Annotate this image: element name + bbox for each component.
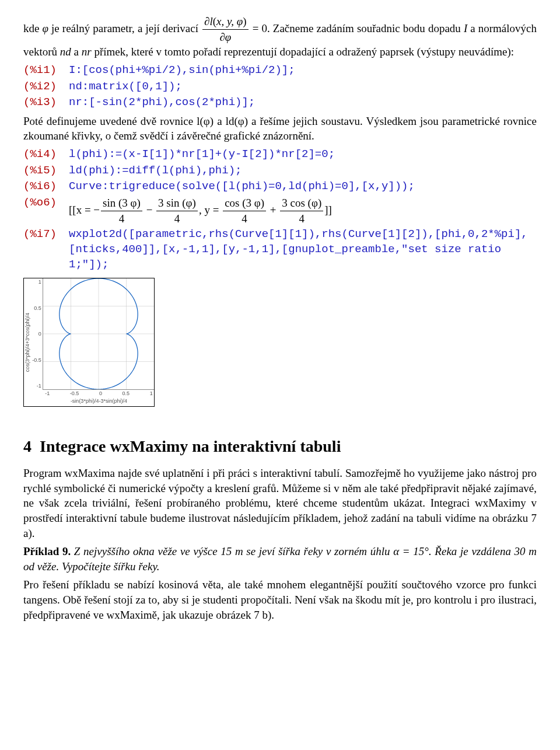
io-code-i6: Curve:trigreduce(solve([l(phi)=0,ld(phi)… (69, 179, 415, 194)
o6-sep1: − (144, 204, 155, 216)
o6-f2d: 4 (156, 211, 198, 226)
io-math-o6: [[x = −sin (3 φ)4 − 3 sin (φ)4, y = cos … (69, 196, 332, 226)
i7-line1: wxplot2d([parametric,rhs(Curve[1][1]),rh… (69, 228, 528, 240)
ytick: -0.5 (32, 357, 41, 364)
io-code-i2: nd:matrix([0,1]); (69, 79, 182, 95)
xtick: -1 (45, 390, 50, 397)
i7-line3: 1;"]); (69, 258, 108, 271)
o6-f4d: 4 (280, 211, 323, 226)
io-code-i3: nr:[-sin(2*phi),cos(2*phi)]; (69, 95, 255, 110)
ytick: 1 (32, 278, 41, 285)
plot-area (43, 278, 154, 390)
xtick: 0.5 (123, 390, 130, 397)
o6-f3d: 4 (223, 211, 266, 226)
xtick: 1 (150, 390, 153, 397)
io-label-i7: (%i7) (23, 227, 69, 242)
o6-prefix: [[x = − (69, 204, 100, 216)
o6-suffix: ]] (324, 204, 332, 216)
xtick: 0 (99, 390, 102, 397)
plot-yaxis: 1 0.5 0 -0.5 -1 (31, 278, 43, 389)
plot-xaxis: -1 -0.5 0 0.5 1 (44, 390, 154, 397)
mid-paragraph: Poté definujeme uvedené dvě rovnice l(φ)… (23, 114, 537, 144)
plot-svg (43, 278, 154, 389)
ytick: -1 (32, 382, 41, 389)
o6-mid: , y = (199, 204, 222, 216)
io-label-i5: (%i5) (23, 163, 69, 179)
xtick: -0.5 (70, 390, 79, 397)
io-label-i1: (%i1) (23, 63, 69, 78)
plot: cos(3*phi)/4+3*cos(phi)/4 1 0.5 0 -0.5 -… (23, 278, 155, 406)
section-number: 4 (23, 437, 32, 455)
plot-ylabel: cos(3*phi)/4+3*cos(phi)/4 (24, 278, 31, 406)
io-code-i5: ld(phi):=diff(l(phi),phi); (69, 163, 242, 179)
intro-paragraph: kde φ je reálný parametr, a její derivac… (23, 14, 537, 60)
section-title: Integrace wxMaximy na interaktivní tabul… (40, 437, 341, 455)
io-label-i4: (%i4) (23, 147, 69, 162)
o6-sep2: + (267, 204, 279, 216)
io-label-i2: (%i2) (23, 79, 69, 95)
io-code-i4: l(phi):=(x-I[1])*nr[1]+(y-I[2])*nr[2]=0; (69, 147, 335, 162)
example-body: Z nejvyššího okna věže ve výšce 15 m se … (23, 545, 537, 573)
ytick: 0 (32, 330, 41, 337)
io-label-i3: (%i3) (23, 95, 69, 110)
io-label-o6: (%o6) (23, 196, 69, 211)
example-9: Příklad 9. Z nejvyššího okna věže ve výš… (23, 544, 537, 574)
section-paragraph: Program wxMaxima najde své uplatnění i p… (23, 466, 537, 540)
plot-xlabel: -sin(3*phi)/4-3*sin(phi)/4 (44, 397, 154, 406)
io-block-1: (%i1) I:[cos(phi+%pi/2),sin(phi+%pi/2)];… (23, 63, 537, 110)
io-label-i6: (%i6) (23, 179, 69, 194)
section-heading: 4Integrace wxMaximy na interaktivní tabu… (23, 435, 537, 458)
example-label: Příklad 9. (23, 545, 71, 557)
o6-f1d: 4 (101, 211, 142, 226)
o6-f1n: sin (3 φ) (101, 196, 142, 211)
o6-f2n: 3 sin (φ) (156, 196, 198, 211)
final-paragraph: Pro řešení příkladu se nabízí kosinová v… (23, 577, 537, 622)
io-block-2: (%i4) l(phi):=(x-I[1])*nr[1]+(y-I[2])*nr… (23, 147, 537, 272)
o6-f4n: 3 cos (φ) (280, 196, 323, 211)
io-code-i1: I:[cos(phi+%pi/2),sin(phi+%pi/2)]; (69, 63, 295, 78)
io-code-i7: wxplot2d([parametric,rhs(Curve[1][1]),rh… (69, 227, 528, 272)
o6-f3n: cos (3 φ) (223, 196, 266, 211)
ytick: 0.5 (32, 305, 41, 312)
i7-line2: [nticks,400]],[x,-1,1],[y,-1,1],[gnuplot… (69, 243, 501, 256)
